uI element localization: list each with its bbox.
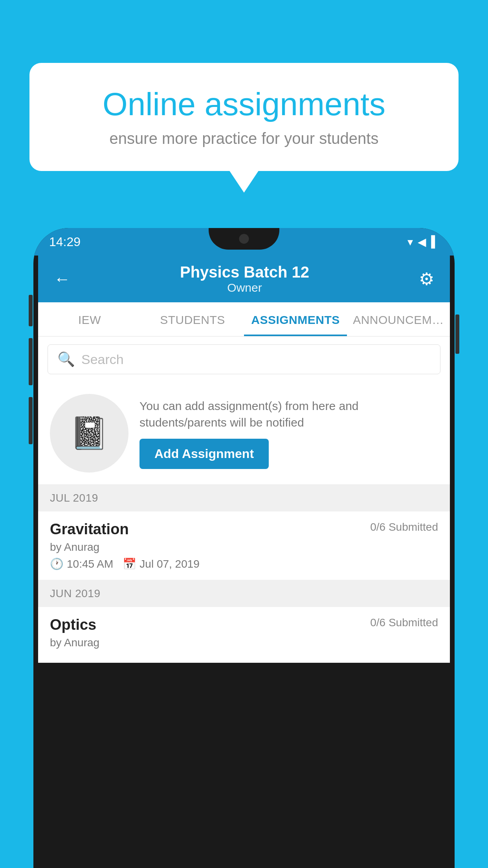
assignment-by-optics: by Anurag — [50, 636, 438, 649]
speech-bubble-subtitle: ensure more practice for your students — [57, 130, 431, 147]
notch — [209, 228, 279, 250]
status-time: 14:29 — [49, 235, 81, 249]
month-header-jul: JUL 2019 — [38, 485, 450, 511]
add-assignment-section: 📓 You can add assignment(s) from here an… — [38, 382, 450, 485]
phone-frame: 14:29 ▾ ◀ ▌ ← Physics Batch 12 Owner ⚙ I… — [33, 228, 455, 868]
camera — [239, 234, 249, 244]
notebook-icon: 📓 — [70, 415, 109, 452]
tabs-bar: IEW STUDENTS ASSIGNMENTS ANNOUNCEM… — [38, 302, 450, 337]
tab-iew[interactable]: IEW — [38, 302, 141, 336]
assignment-info-text: You can add assignment(s) from here and … — [139, 398, 438, 431]
phone-screen: ← Physics Batch 12 Owner ⚙ IEW STUDENTS … — [38, 256, 450, 663]
assignment-by: by Anurag — [50, 541, 438, 554]
add-assignment-button[interactable]: Add Assignment — [139, 439, 269, 469]
calendar-icon: 📅 — [123, 557, 136, 570]
search-icon: 🔍 — [57, 351, 75, 368]
speech-bubble: Online assignments ensure more practice … — [29, 63, 459, 171]
back-button[interactable]: ← — [54, 270, 70, 289]
volume-up-button — [29, 295, 33, 326]
assignment-item-top-optics: Optics 0/6 Submitted — [50, 616, 438, 633]
assignment-item-optics[interactable]: Optics 0/6 Submitted by Anurag — [38, 607, 450, 663]
assignment-time: 10:45 AM — [67, 558, 113, 570]
battery-icon: ▌ — [431, 235, 439, 248]
volume-down-button — [29, 338, 33, 385]
header-subtitle: Owner — [180, 281, 309, 294]
settings-icon[interactable]: ⚙ — [419, 269, 434, 289]
assignment-icon-circle: 📓 — [50, 394, 128, 473]
assignment-meta: 🕐 10:45 AM 📅 Jul 07, 2019 — [50, 557, 438, 570]
status-bar: 14:29 ▾ ◀ ▌ — [33, 228, 455, 256]
search-bar[interactable]: 🔍 Search — [48, 344, 440, 374]
tab-assignments[interactable]: ASSIGNMENTS — [244, 302, 347, 336]
app-header: ← Physics Batch 12 Owner ⚙ — [38, 256, 450, 302]
submitted-badge: 0/6 Submitted — [370, 521, 438, 533]
search-container: 🔍 Search — [38, 337, 450, 382]
speech-bubble-title: Online assignments — [57, 86, 431, 122]
header-title: Physics Batch 12 — [180, 263, 309, 281]
silent-switch — [29, 397, 33, 444]
submitted-badge-optics: 0/6 Submitted — [370, 616, 438, 629]
assignment-info: You can add assignment(s) from here and … — [139, 398, 438, 469]
tab-announcements[interactable]: ANNOUNCEM… — [347, 302, 450, 336]
month-header-jun: JUN 2019 — [38, 580, 450, 607]
date-meta: 📅 Jul 07, 2019 — [123, 557, 200, 570]
assignment-item-gravitation[interactable]: Gravitation 0/6 Submitted by Anurag 🕐 10… — [38, 511, 450, 580]
power-button — [455, 314, 459, 354]
header-center: Physics Batch 12 Owner — [180, 263, 309, 294]
status-icons: ▾ ◀ ▌ — [407, 235, 439, 248]
assignment-name: Gravitation — [50, 521, 129, 538]
assignment-item-top: Gravitation 0/6 Submitted — [50, 521, 438, 538]
signal-icon: ◀ — [418, 235, 426, 248]
search-placeholder[interactable]: Search — [81, 352, 124, 367]
assignment-date: Jul 07, 2019 — [139, 558, 200, 570]
assignment-name-optics: Optics — [50, 616, 96, 633]
clock-icon: 🕐 — [50, 557, 64, 570]
wifi-icon: ▾ — [407, 235, 413, 248]
tab-students[interactable]: STUDENTS — [141, 302, 244, 336]
time-meta: 🕐 10:45 AM — [50, 557, 113, 570]
